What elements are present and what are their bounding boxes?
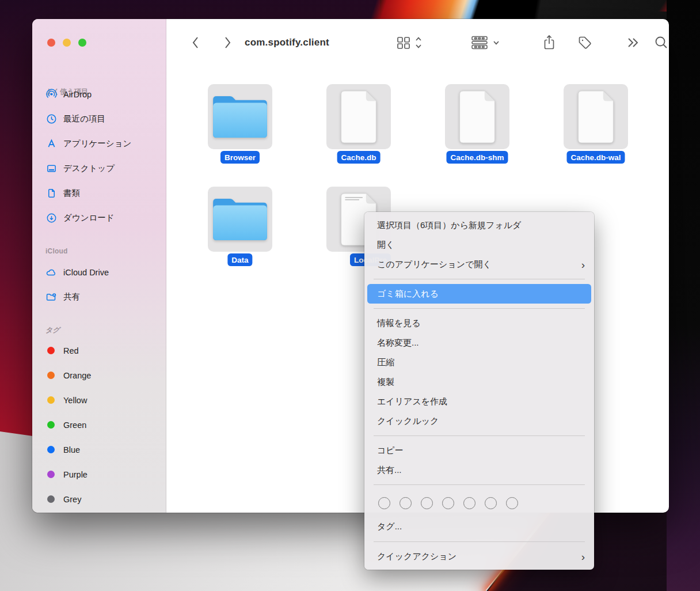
sidebar-tag-blue[interactable]: Blue xyxy=(32,437,166,462)
sidebar-tag-red[interactable]: Red xyxy=(32,338,166,363)
document-file-icon xyxy=(340,90,378,144)
view-picker-button[interactable] xyxy=(396,35,422,50)
sidebar-item-label: アプリケーション xyxy=(63,138,131,149)
grey-tag-dot xyxy=(47,495,55,503)
group-button[interactable] xyxy=(471,35,500,50)
menu-item-new-folder-from-selection[interactable]: 選択項目（6項目）から新規フォルダ xyxy=(364,215,594,235)
tag-swatch-4[interactable] xyxy=(442,497,454,509)
menu-item-duplicate[interactable]: 複製 xyxy=(364,372,594,392)
menu-separator xyxy=(374,484,585,485)
menu-item-quick-look[interactable]: クイックルック xyxy=(364,411,594,431)
tag-swatch-7[interactable] xyxy=(506,497,518,509)
share-button[interactable] xyxy=(542,34,557,51)
sidebar-item-applications[interactable]: アプリケーション xyxy=(32,131,166,156)
menu-item-label: 名称変更... xyxy=(377,338,419,348)
sidebar-item-label: ダウンロード xyxy=(63,213,115,223)
sidebar-item-label: Purple xyxy=(63,470,88,479)
sidebar-item-downloads[interactable]: ダウンロード xyxy=(32,206,166,230)
file-tile-cache-db-shm[interactable] xyxy=(445,84,509,149)
menu-item-make-alias[interactable]: エイリアスを作成 xyxy=(364,392,594,411)
sidebar-item-label: 書類 xyxy=(63,188,80,199)
file-tile-browser[interactable] xyxy=(208,84,272,149)
file-tile-data[interactable] xyxy=(208,187,272,252)
blue-tag-dot xyxy=(47,446,55,453)
sidebar-section-icloud: iCloud xyxy=(45,247,68,255)
menu-item-share[interactable]: 共有... xyxy=(364,460,594,480)
menu-item-move-to-trash[interactable]: ゴミ箱に入れる xyxy=(367,284,591,304)
sidebar-tag-purple[interactable]: Purple xyxy=(32,462,166,487)
menu-item-quick-actions[interactable]: クイックアクション › xyxy=(364,547,594,566)
menu-item-rename[interactable]: 名称変更... xyxy=(364,333,594,353)
context-menu: 選択項目（6項目）から新規フォルダ 開く このアプリケーションで開く › ゴミ箱… xyxy=(364,212,594,570)
minimize-button[interactable] xyxy=(63,39,71,47)
sidebar-item-recents[interactable]: 最近の項目 xyxy=(32,107,166,131)
file-label-data[interactable]: Data xyxy=(227,253,252,266)
updown-chevrons-icon xyxy=(415,36,422,50)
forward-button[interactable] xyxy=(221,35,234,50)
sidebar-item-label: Orange xyxy=(63,371,91,380)
menu-item-label: コピー xyxy=(377,445,404,456)
file-label-browser[interactable]: Browser xyxy=(220,151,260,164)
sidebar-item-documents[interactable]: 書類 xyxy=(32,181,166,206)
zoom-button[interactable] xyxy=(78,39,86,47)
window-title: com.spotify.client xyxy=(245,37,329,48)
menu-item-label: 圧縮 xyxy=(377,357,394,368)
file-tile-cache-db-wal[interactable] xyxy=(564,84,628,149)
tag-icon xyxy=(577,35,593,51)
sidebar-tag-orange[interactable]: Orange xyxy=(32,363,166,388)
menu-item-get-info[interactable]: 情報を見る xyxy=(364,313,594,333)
menu-item-open[interactable]: 開く xyxy=(364,235,594,255)
file-label-cache-db-shm[interactable]: Cache.db-shm xyxy=(446,151,508,164)
orange-tag-dot xyxy=(47,372,55,379)
sidebar-section-tags: タグ xyxy=(45,325,60,335)
double-chevron-icon xyxy=(626,36,641,49)
menu-tag-swatches xyxy=(364,490,594,516)
menu-item-copy[interactable]: コピー xyxy=(364,441,594,460)
sidebar-item-label: 最近の項目 xyxy=(63,113,105,124)
tag-swatch-5[interactable] xyxy=(463,497,475,509)
desktop-icon xyxy=(45,163,57,175)
submenu-arrow-icon: › xyxy=(581,259,585,270)
tag-swatch-3[interactable] xyxy=(421,497,433,509)
back-button[interactable] xyxy=(189,35,202,50)
document-file-icon xyxy=(458,90,496,144)
tag-swatch-2[interactable] xyxy=(400,497,412,509)
menu-item-label: このアプリケーションで開く xyxy=(377,259,492,270)
folder-icon xyxy=(212,196,268,243)
sidebar-item-desktop[interactable]: デスクトップ xyxy=(32,156,166,181)
menu-item-compress[interactable]: 圧縮 xyxy=(364,353,594,372)
sidebar-tag-yellow[interactable]: Yellow xyxy=(32,388,166,412)
menu-separator xyxy=(374,435,585,436)
tag-button[interactable] xyxy=(577,35,593,51)
file-label-cache-db-wal[interactable]: Cache.db-wal xyxy=(566,151,625,164)
search-button[interactable] xyxy=(654,35,669,50)
grid-view-icon xyxy=(396,35,411,50)
sidebar-item-airdrop[interactable]: AirDrop xyxy=(32,82,166,107)
folder-icon xyxy=(212,94,268,140)
wallpaper-corner-streak xyxy=(643,0,700,12)
menu-item-tags[interactable]: タグ... xyxy=(364,516,594,537)
download-icon xyxy=(45,213,57,224)
menu-item-label: タグ... xyxy=(377,521,402,532)
tag-swatch-1[interactable] xyxy=(378,497,390,509)
sidebar-item-shared[interactable]: 共有 xyxy=(32,285,166,309)
file-tile-cache-db[interactable] xyxy=(326,84,391,149)
menu-separator xyxy=(374,279,585,279)
menu-item-label: エイリアスを作成 xyxy=(377,396,447,407)
tag-swatch-6[interactable] xyxy=(485,497,497,509)
sidebar-item-icloud-drive[interactable]: iCloud Drive xyxy=(32,260,166,285)
menu-item-label: クイックルック xyxy=(377,416,439,427)
more-toolbar-button[interactable] xyxy=(626,36,641,49)
sidebar-item-label: Blue xyxy=(63,445,80,454)
menu-item-label: ゴミ箱に入れる xyxy=(377,289,439,300)
sidebar-tag-grey[interactable]: Grey xyxy=(32,487,166,512)
yellow-tag-dot xyxy=(47,396,55,404)
sidebar-tag-green[interactable]: Green xyxy=(32,412,166,437)
wallpaper-top-band xyxy=(472,0,700,20)
menu-item-label: 開く xyxy=(377,240,394,251)
file-label-cache-db[interactable]: Cache.db xyxy=(337,151,381,164)
menu-item-open-with[interactable]: このアプリケーションで開く › xyxy=(364,255,594,274)
close-button[interactable] xyxy=(47,39,55,47)
red-tag-dot xyxy=(47,347,55,354)
menu-item-label: 複製 xyxy=(377,377,394,388)
